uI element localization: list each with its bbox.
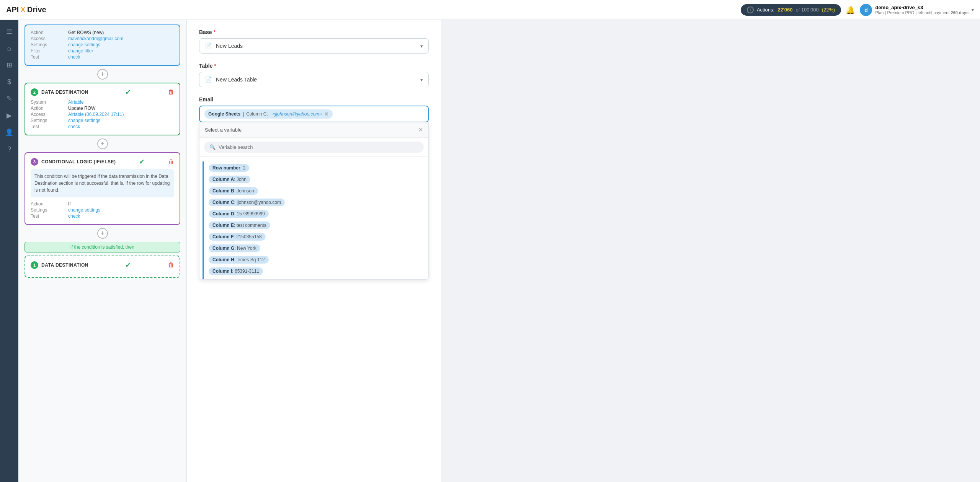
action-value: Get ROWS (new): [68, 30, 174, 35]
pipeline-area: Action Get ROWS (new) Access maverickand…: [18, 20, 187, 482]
action-value-cond: If: [68, 201, 174, 207]
settings-label-cond: Settings: [31, 207, 65, 213]
settings-value-cond[interactable]: change settings: [68, 207, 174, 213]
sidebar-nav: ☰ ⌂ ⊞ $ ✎ ▶ 👤 ?: [0, 20, 18, 482]
info-icon: i: [747, 7, 754, 13]
action-label: Action: [31, 30, 65, 35]
filter-label: Filter: [31, 48, 65, 54]
right-panel: Base * 📄 New Leads ▾ Table * 📄 New Leads…: [187, 20, 441, 482]
user-name: demo_apix-drive_s3: [875, 5, 969, 10]
variable-item[interactable]: Column D: 15739999999: [204, 208, 425, 220]
hamburger-icon[interactable]: ☰: [2, 24, 16, 38]
actions-badge: i Actions: 22'060 of 100'000 (22%): [741, 4, 841, 16]
logo: APIXDrive: [6, 5, 46, 14]
actions-total: of 100'000: [795, 7, 818, 13]
variable-item[interactable]: Row number: 1: [204, 162, 425, 174]
add-step-btn-2[interactable]: +: [97, 138, 108, 149]
close-variable-btn[interactable]: ✕: [418, 126, 423, 134]
email-input-container[interactable]: Google Sheets | Column C: «jjohnson@yaho…: [199, 106, 429, 122]
grid-icon[interactable]: ⊞: [2, 58, 16, 72]
user-info: demo_apix-drive_s3 Plan | Premium PRO | …: [875, 5, 969, 15]
test-value-cond[interactable]: check: [68, 213, 174, 219]
table-section: Table * 📄 New Leads Table ▾: [199, 63, 429, 87]
bell-icon[interactable]: 🔔: [846, 5, 855, 15]
add-step-btn-1[interactable]: +: [97, 69, 108, 80]
email-section: Email Google Sheets | Column C: «jjohnso…: [199, 96, 429, 280]
conditional-title: CONDITIONAL LOGIC (IF/ELSE): [41, 159, 116, 164]
variable-item[interactable]: Column E: test comments: [204, 220, 425, 231]
help-icon[interactable]: ?: [2, 142, 16, 156]
home-icon[interactable]: ⌂: [2, 41, 16, 55]
variable-item[interactable]: Column C: jjohnson@yahoo.com: [204, 197, 425, 208]
test-value-dest[interactable]: check: [68, 124, 174, 129]
destination-title: DATA DESTINATION: [41, 90, 88, 95]
action-label-cond: Action: [31, 201, 65, 207]
variable-search-input[interactable]: [219, 144, 418, 150]
source-card: Action Get ROWS (new) Access maverickand…: [24, 24, 180, 66]
check-icon: ✔: [125, 88, 131, 96]
file-icon-table: 📄: [205, 76, 212, 83]
actions-count: 22'060: [777, 7, 792, 13]
variable-item[interactable]: Column G: New York: [204, 243, 425, 254]
action-value-dest: Update ROW: [68, 106, 174, 111]
logo-x: X: [20, 5, 25, 14]
variable-item[interactable]: Column A: John: [204, 174, 425, 185]
variable-list: Row number: 1Column A: JohnColumn B: Joh…: [199, 157, 428, 279]
base-required: *: [213, 29, 215, 35]
variable-header: Select a variable ✕: [199, 122, 428, 138]
variable-search: 🔍: [199, 138, 428, 157]
test-label-src: Test: [31, 54, 65, 60]
youtube-icon[interactable]: ▶: [2, 109, 16, 122]
actions-label: Actions:: [757, 7, 774, 13]
top-header: APIXDrive i Actions: 22'060 of 100'000 (…: [0, 0, 980, 20]
file-icon-base: 📄: [205, 42, 212, 49]
settings-value-dest[interactable]: change settings: [68, 118, 174, 123]
variable-item[interactable]: Column J: Product 1: [204, 277, 425, 279]
chevron-down-table: ▾: [420, 77, 423, 83]
briefcase-icon[interactable]: ✎: [2, 92, 16, 106]
user-badge[interactable]: d demo_apix-drive_s3 Plan | Premium PRO …: [860, 4, 974, 16]
search-icon: 🔍: [209, 144, 216, 150]
table-dropdown[interactable]: 📄 New Leads Table ▾: [199, 72, 429, 87]
delete-icon-dest[interactable]: 🗑: [168, 89, 174, 96]
access-value[interactable]: maverickandrii@gmail.com: [68, 36, 174, 41]
system-label: System: [31, 99, 65, 105]
base-section: Base * 📄 New Leads ▾: [199, 29, 429, 54]
condition-description: This condition will be triggered if the …: [31, 169, 174, 197]
chevron-down-icon: ▾: [972, 7, 974, 13]
delete-icon-cond[interactable]: 🗑: [168, 158, 174, 165]
access-value-dest[interactable]: Airtable (06.09.2024 17:11): [68, 112, 174, 117]
check-icon-bottom: ✔: [125, 261, 131, 269]
check-icon-cond: ✔: [139, 158, 145, 166]
variable-item[interactable]: Column H: Times Sq 112: [204, 254, 425, 265]
add-step-btn-3[interactable]: +: [97, 228, 108, 239]
system-value[interactable]: Airtable: [68, 99, 174, 105]
test-value-src[interactable]: check: [68, 54, 174, 60]
destination-bottom-card: 1 DATA DESTINATION ✔ 🗑: [24, 256, 180, 278]
if-satisfied-badge: if the condition is satisfied, then: [24, 242, 180, 252]
access-label-dest: Access: [31, 112, 65, 117]
base-dropdown[interactable]: 📄 New Leads ▾: [199, 38, 429, 54]
settings-label-dest: Settings: [31, 118, 65, 123]
email-tag-remove[interactable]: ✕: [324, 111, 329, 117]
email-tag: Google Sheets | Column C: «jjohnson@yaho…: [204, 109, 333, 119]
table-label: Table *: [199, 63, 429, 69]
logo-api: API: [6, 5, 19, 14]
delete-icon-bottom[interactable]: 🗑: [168, 262, 174, 269]
test-label-cond: Test: [31, 213, 65, 219]
filter-value[interactable]: change filter: [68, 48, 174, 54]
access-label: Access: [31, 36, 65, 41]
variable-item[interactable]: Column F: 2150355158: [204, 231, 425, 243]
table-value: New Leads Table: [216, 77, 416, 83]
dollar-icon[interactable]: $: [2, 75, 16, 89]
variable-item[interactable]: Column B: Johnson: [204, 185, 425, 197]
test-label-dest: Test: [31, 124, 65, 129]
email-tag-sep: |: [243, 111, 244, 117]
variable-item[interactable]: Column I: 65391-3111: [204, 265, 425, 277]
user-icon[interactable]: 👤: [2, 125, 16, 139]
search-input-wrap: 🔍: [204, 142, 424, 153]
chevron-down-base: ▾: [420, 43, 423, 49]
variable-section: Row number: 1Column A: JohnColumn B: Joh…: [203, 161, 425, 279]
settings-value-src[interactable]: change settings: [68, 42, 174, 47]
variable-title: Select a variable: [205, 127, 242, 133]
